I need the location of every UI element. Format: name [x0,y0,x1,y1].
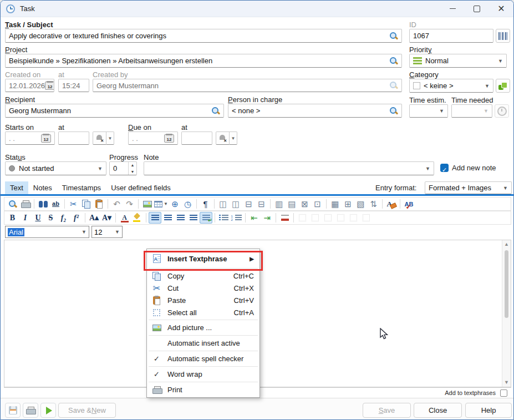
print-task-button[interactable] [23,403,38,418]
delete-column-icon[interactable]: ▥ [273,198,286,210]
calendar-icon[interactable] [41,134,51,143]
tab-user-defined-fields[interactable]: User defined fields [106,181,176,194]
copy-icon[interactable] [80,198,93,210]
find-icon[interactable] [37,198,49,210]
scroll-down-icon[interactable]: ▼ [502,378,511,387]
insert-column-right-icon[interactable]: ◫ [230,198,242,210]
replace-icon[interactable]: ab [49,198,62,210]
reminder-dropdown-icon[interactable]: ▼ [106,131,114,145]
calendar-icon[interactable] [164,134,174,143]
menu-item-word-wrap[interactable]: ✓ Word wrap [147,368,259,381]
borders-all-icon[interactable]: ▦ [329,198,342,210]
strikethrough-icon[interactable]: S [44,212,57,224]
starts-on-input[interactable]: . . [5,131,55,145]
menu-item-copy[interactable]: Copy Ctrl+C [147,270,259,282]
highlight-icon[interactable] [131,212,144,224]
undo-icon[interactable]: ↶ [110,198,123,210]
close-window-button[interactable]: ✕ [489,1,513,17]
due-on-input[interactable]: . . [128,131,178,145]
horizontal-rule-icon[interactable] [278,212,291,224]
spellcheck-icon[interactable] [403,198,415,210]
menu-item-select-all[interactable]: Select all Ctrl+A [147,306,259,318]
insert-image-icon[interactable] [141,198,154,210]
bullet-list-icon[interactable] [217,212,230,224]
add-to-textphrases-checkbox[interactable] [500,389,507,397]
starts-reminder-button[interactable]: ▼ [93,131,114,145]
start-button[interactable] [40,403,56,418]
shrink-font-icon[interactable]: A▾ [100,212,113,224]
superscript-icon[interactable]: f² [70,212,83,224]
edit-categories-button[interactable] [496,79,510,93]
menu-item-cut[interactable]: ✂ Cut Ctrl+X [147,282,259,294]
word-wrap-format-icon[interactable] [200,212,212,224]
paste-icon[interactable] [93,198,105,210]
indent-icon[interactable]: ⇥ [261,212,273,224]
barcode-button[interactable] [496,29,510,43]
entry-format-select[interactable]: Formated + Images ▼ [425,181,512,194]
borders-outer-icon[interactable]: ▧ [354,198,367,210]
progress-spinner[interactable]: 0 ▲ ▼ [109,161,137,175]
underline-icon[interactable]: U [32,212,44,224]
scroll-up-icon[interactable]: ▲ [502,240,511,249]
save-button[interactable]: Save [363,403,411,418]
menu-item-paste[interactable]: Paste Ctrl+V [147,294,259,306]
reminder-dropdown-icon[interactable]: ▼ [230,131,237,145]
zoom-icon[interactable] [6,198,19,210]
person-in-charge-input[interactable]: < none > [228,104,402,118]
maximize-button[interactable] [465,1,489,17]
delete-row-icon[interactable]: ▤ [286,198,298,210]
task-subject-input[interactable]: Apply decorative or textured finishes or… [5,29,402,43]
note-combobox[interactable]: ▼ [144,161,434,175]
borders-inner-icon[interactable]: ⊞ [342,198,354,210]
progress-up-icon[interactable]: ▲ [129,162,136,169]
tab-timestamps[interactable]: Timestamps [57,181,106,194]
insert-row-below-icon[interactable]: ⊟ [255,198,268,210]
recipient-search-icon[interactable] [211,107,220,115]
remove-format-icon[interactable] [385,198,398,210]
grow-font-icon[interactable]: A▴ [88,212,100,224]
recipient-input[interactable]: Georg Mustermann [5,104,224,118]
menu-item-automatic-insert-active[interactable]: Automatic insert active [147,337,259,350]
menu-item-insert-textphrase[interactable]: Insert Textphrase ▶ [147,250,259,267]
insert-time-icon[interactable]: ◷ [181,198,194,210]
sort-icon[interactable]: ⇅ [367,198,380,210]
paragraph-marks-icon[interactable]: ¶ [199,198,212,210]
project-input[interactable]: Beispielkunde » Spezifikationen » Arbeit… [5,54,402,68]
justify-icon[interactable] [187,212,200,224]
save-and-new-button[interactable]: Save & New [58,403,116,418]
add-new-note-checkbox[interactable] [440,164,449,172]
priority-select[interactable]: Normal ▼ [409,54,507,68]
editor-scrollbar[interactable]: ▲ ▼ [502,240,511,387]
time-estim-select[interactable]: ▼ [409,104,448,118]
cut-icon[interactable]: ✂ [67,198,80,210]
category-select[interactable]: < keine > ▼ [409,79,493,93]
due-at-input[interactable] [181,131,212,145]
status-select[interactable]: Not started ▼ [5,161,106,175]
italic-icon[interactable]: I [19,212,32,224]
save-icon-button[interactable] [5,403,21,418]
align-left-icon[interactable] [149,212,161,224]
progress-down-icon[interactable]: ▼ [129,169,136,175]
font-color-icon[interactable] [118,212,131,224]
cell-format-icon[interactable]: ⊡ [311,198,324,210]
bold-icon[interactable]: B [6,212,19,224]
insert-table-icon[interactable]: ▼ [154,198,169,210]
help-button[interactable]: Help [465,403,512,418]
due-reminder-button[interactable]: ▼ [216,131,237,145]
redo-icon[interactable]: ↷ [123,198,136,210]
menu-item-add-picture[interactable]: Add picture ... [147,321,259,334]
font-size-combobox[interactable]: 12 ▼ [91,226,123,238]
project-search-icon[interactable] [389,57,398,65]
person-search-icon[interactable] [389,107,398,115]
starts-at-input[interactable] [58,131,89,145]
subscript-icon[interactable]: f₂ [57,212,70,224]
id-input[interactable]: 1067 [409,29,493,43]
subject-search-icon[interactable] [389,32,398,41]
insert-column-left-icon[interactable]: ◫ [217,198,230,210]
scrollbar-thumb[interactable] [505,250,508,318]
delete-cell-icon[interactable]: ⊠ [298,198,311,210]
outdent-icon[interactable]: ⇤ [248,212,261,224]
tab-notes[interactable]: Notes [28,181,57,194]
insert-row-above-icon[interactable]: ⊟ [242,198,255,210]
align-center-icon[interactable] [161,212,174,224]
